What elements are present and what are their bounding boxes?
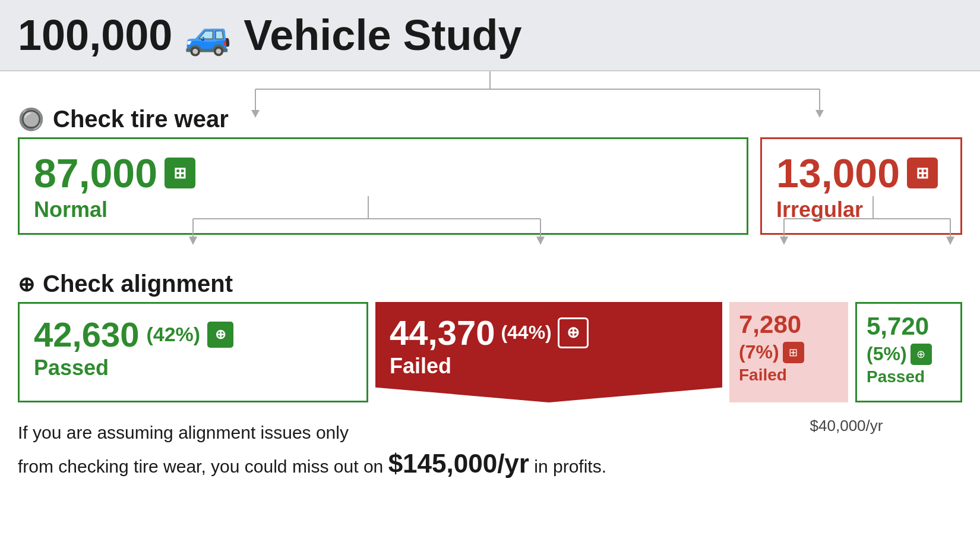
- bottom-section: If you are assuming alignment issues onl…: [18, 410, 962, 482]
- car-icon: 🚙: [184, 13, 232, 58]
- alignment-irregular-passed-icon: ⊕: [911, 344, 932, 365]
- page-title: 100,000 🚙 Vehicle Study: [18, 11, 521, 59]
- bottom-text-after: in profits.: [534, 457, 606, 476]
- alignment-irregular-failed-tire: ⊞: [783, 342, 804, 363]
- alignment-passed-pct: (42%): [146, 323, 200, 346]
- alignment-irregular-failed-label: Failed: [739, 366, 839, 385]
- alignment-irregular-failed-count: 7,280: [739, 310, 839, 339]
- svg-marker-9: [189, 237, 197, 245]
- alignment-irregular-failed-box: 7,280 (7%) ⊞ Failed: [729, 302, 848, 402]
- alignment-irregular-passed-count: 5,720: [867, 312, 951, 341]
- small-price-tag: $40,000/yr: [731, 410, 962, 435]
- alignment-row: 42,630 (42%) ⊕ Passed 44,370 (44%) ⊕ Fai…: [18, 302, 962, 402]
- alignment-section-label: Check alignment: [43, 270, 233, 297]
- tire-normal-count: 87,000 ⊞: [34, 150, 732, 196]
- tire-normal-box: 87,000 ⊞ Normal: [18, 137, 748, 235]
- bottom-text: If you are assuming alignment issues onl…: [18, 420, 731, 482]
- tire-irregular-icon: ⊞: [907, 158, 938, 188]
- tire-section-header: 🔘 Check tire wear: [18, 106, 962, 133]
- alignment-icon: ⊕: [18, 272, 34, 296]
- tire-wear-row: 87,000 ⊞ Normal 13,000 ⊞ Irregular: [18, 137, 962, 235]
- alignment-irregular-passed-label: Passed: [867, 367, 951, 386]
- svg-marker-17: [946, 237, 954, 245]
- svg-marker-11: [536, 237, 545, 245]
- tire-section-label: Check tire wear: [53, 106, 229, 133]
- alignment-failed-icon: ⊕: [558, 317, 589, 348]
- tire-irregular-box: 13,000 ⊞ Irregular: [760, 137, 962, 235]
- alignment-failed-pct: (44%): [501, 322, 551, 344]
- title-suffix: Vehicle Study: [244, 11, 521, 59]
- alignment-passed-box: 42,630 (42%) ⊕ Passed: [18, 302, 368, 402]
- alignment-passed-icon: ⊕: [207, 322, 233, 348]
- tire-irregular-label: Irregular: [776, 197, 946, 222]
- svg-marker-15: [780, 237, 788, 245]
- tire-normal-icon: ⊞: [165, 158, 195, 188]
- profit-amount: $145,000/yr: [388, 449, 529, 478]
- alignment-section-header: ⊕ Check alignment: [18, 270, 962, 297]
- alignment-irregular-passed-pct: (5%): [867, 343, 907, 365]
- alignment-irregular-failed-pct: (7%): [739, 341, 779, 363]
- header: 100,000 🚙 Vehicle Study: [0, 0, 980, 71]
- alignment-failed-dark-box: 44,370 (44%) ⊕ Failed: [375, 302, 722, 402]
- small-price-label: $40,000/yr: [731, 417, 962, 435]
- alignment-irregular-passed-box: 5,720 (5%) ⊕ Passed: [855, 302, 962, 402]
- tire-irregular-count: 13,000 ⊞: [776, 150, 946, 196]
- alignment-passed-count: 42,630 (42%) ⊕: [34, 314, 352, 354]
- alignment-failed-label: Failed: [390, 354, 708, 379]
- alignment-failed-count: 44,370 (44%) ⊕: [390, 313, 708, 353]
- alignment-passed-label: Passed: [34, 355, 352, 380]
- bottom-text-block: If you are assuming alignment issues onl…: [18, 410, 731, 482]
- tire-normal-label: Normal: [34, 197, 732, 222]
- tire-icon: 🔘: [18, 107, 45, 132]
- title-number: 100,000: [18, 11, 172, 59]
